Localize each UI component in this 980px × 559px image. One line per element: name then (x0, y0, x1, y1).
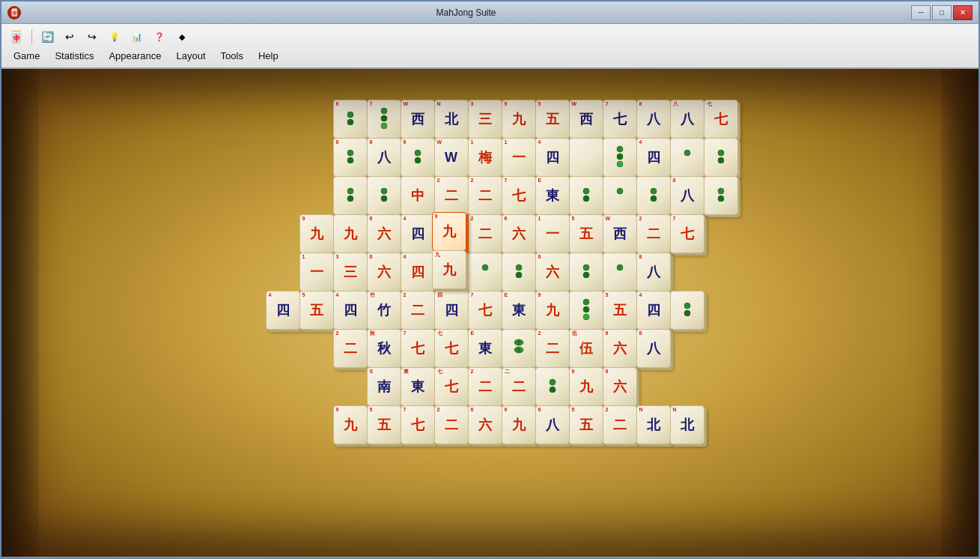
tile[interactable]: 6六 (468, 405, 502, 444)
tile[interactable]: 5五 (299, 291, 334, 330)
tile[interactable]: 2二 (333, 329, 368, 368)
app-icon-button[interactable]: 🀄 (6, 27, 27, 46)
tile[interactable]: 九 (333, 214, 368, 253)
tile[interactable]: 8八 (367, 138, 401, 177)
tile[interactable]: W西 (569, 100, 603, 139)
tile[interactable]: 竹竹 (367, 291, 401, 330)
tile[interactable]: 中 (401, 176, 435, 215)
statistics-toolbar-button[interactable]: 📊 (127, 27, 147, 46)
tile[interactable]: 9九 (569, 367, 603, 406)
redo-button[interactable]: ↪ (82, 27, 103, 46)
tile[interactable] (569, 138, 603, 177)
tile[interactable]: 東東 (401, 367, 435, 406)
tile[interactable]: 1一 (299, 253, 334, 291)
menu-help[interactable]: Help (251, 49, 286, 63)
tile[interactable]: 2二 (434, 176, 469, 215)
tile[interactable]: 2二 (636, 214, 671, 253)
tile[interactable]: 4四 (401, 214, 435, 253)
tile[interactable]: 四四 (434, 291, 469, 330)
tile[interactable]: WW (434, 138, 469, 177)
tile[interactable]: 7 (367, 100, 401, 139)
tile[interactable]: 9九 (502, 100, 536, 139)
tile[interactable] (603, 176, 637, 215)
tile[interactable]: 7七 (502, 176, 536, 215)
tile[interactable]: 6六 (502, 214, 536, 253)
tile[interactable]: 九九 (432, 250, 466, 289)
tile[interactable]: 6 (401, 138, 435, 177)
tile[interactable]: W西 (603, 214, 637, 253)
tile[interactable]: 4四 (266, 291, 300, 330)
tile[interactable]: 3三 (468, 100, 502, 139)
new-game-button[interactable]: 🔄 (37, 27, 58, 46)
tile[interactable]: E東 (502, 291, 536, 330)
tile[interactable] (367, 176, 401, 215)
tile[interactable]: 7七 (670, 214, 704, 253)
tile[interactable]: 6六 (603, 329, 637, 368)
tile[interactable]: 八八 (670, 100, 704, 139)
close-button[interactable]: ✕ (953, 5, 973, 20)
tile[interactable]: 2二 (468, 214, 502, 253)
tile[interactable]: 1一 (535, 214, 570, 253)
tile[interactable] (502, 329, 536, 368)
tile[interactable]: 4四 (636, 138, 671, 177)
tile[interactable]: 2二 (603, 405, 637, 444)
tile[interactable]: 8八 (535, 405, 570, 444)
tile[interactable] (569, 291, 603, 330)
tile[interactable] (670, 291, 704, 330)
tile[interactable]: 1一 (502, 138, 536, 177)
tile[interactable]: 5五 (569, 214, 603, 253)
tile[interactable]: 2二 (535, 329, 570, 368)
hint-button[interactable]: 💡 (104, 27, 125, 46)
tile[interactable]: E東 (535, 176, 570, 215)
tile[interactable]: W西 (401, 100, 435, 139)
tile[interactable] (333, 176, 368, 215)
tile[interactable]: 6六 (367, 253, 401, 291)
tile[interactable]: 8八 (636, 253, 671, 291)
undo-button[interactable]: ↩ (59, 27, 80, 46)
tile[interactable]: N北 (434, 100, 469, 139)
tile[interactable]: N北 (670, 405, 704, 444)
tile[interactable]: 7七 (401, 329, 435, 368)
tile[interactable]: 秋秋 (367, 329, 401, 368)
tile[interactable]: E東 (468, 329, 502, 368)
tile[interactable]: 3三 (333, 253, 368, 291)
tile[interactable]: 9九 (535, 291, 570, 330)
tile[interactable]: 6六 (535, 253, 570, 291)
tile[interactable] (535, 367, 570, 406)
tile[interactable] (468, 253, 502, 291)
tile[interactable] (636, 176, 671, 215)
tile[interactable]: 8八 (636, 100, 671, 139)
extra-button[interactable]: ◆ (171, 27, 192, 46)
tile[interactable]: 6 (333, 138, 368, 177)
menu-layout[interactable]: Layout (169, 49, 213, 63)
tile[interactable] (569, 253, 603, 291)
tile[interactable]: 4四 (401, 253, 435, 291)
tile[interactable]: 8八 (670, 176, 704, 215)
tile[interactable]: S南 (367, 367, 401, 406)
tile[interactable]: 4四 (333, 291, 368, 330)
tile[interactable]: 1梅 (468, 138, 502, 177)
tile[interactable]: 2二 (401, 291, 435, 330)
menu-statistics[interactable]: Statistics (47, 49, 101, 63)
tile[interactable]: 2二 (434, 405, 469, 444)
tile[interactable] (569, 176, 603, 215)
tile[interactable]: 七七 (434, 329, 469, 368)
tile[interactable]: 7七 (401, 405, 435, 444)
tile[interactable]: 2二 (468, 367, 502, 406)
tile[interactable]: 8八 (636, 329, 671, 368)
tile[interactable]: 七七 (434, 367, 469, 406)
tile[interactable]: 5五 (367, 405, 401, 444)
tile[interactable]: 6 (333, 100, 368, 139)
tile[interactable]: 7七 (468, 291, 502, 330)
maximize-button[interactable]: □ (932, 5, 952, 20)
menu-tools[interactable]: Tools (213, 49, 251, 63)
tile[interactable]: 2二 (468, 176, 502, 215)
tile[interactable] (704, 138, 738, 177)
tile[interactable]: 9九 (333, 405, 368, 444)
tile[interactable]: 二二 (502, 367, 536, 406)
tile[interactable]: N北 (636, 405, 671, 444)
tile[interactable] (670, 138, 704, 177)
tile[interactable] (704, 176, 738, 215)
tile[interactable]: 4四 (535, 138, 570, 177)
tile[interactable]: 5五 (603, 291, 637, 330)
